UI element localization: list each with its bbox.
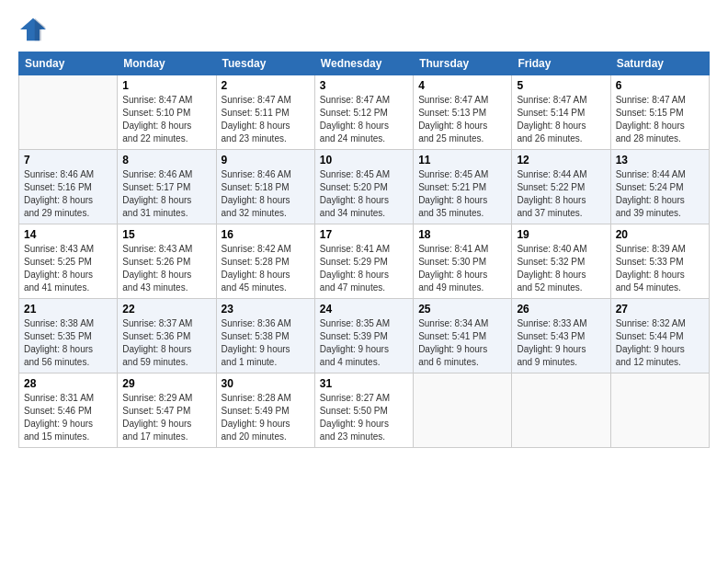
- page: SundayMondayTuesdayWednesdayThursdayFrid…: [0, 0, 728, 563]
- calendar-week-row: 1Sunrise: 8:47 AM Sunset: 5:10 PM Daylig…: [19, 75, 710, 150]
- day-info: Sunrise: 8:41 AM Sunset: 5:30 PM Dayligh…: [418, 243, 506, 294]
- day-number: 24: [320, 303, 408, 316]
- weekday-header: Wednesday: [314, 52, 413, 75]
- calendar-cell: 19Sunrise: 8:40 AM Sunset: 5:32 PM Dayli…: [512, 224, 610, 299]
- day-number: 14: [24, 228, 112, 241]
- day-info: Sunrise: 8:45 AM Sunset: 5:21 PM Dayligh…: [418, 168, 506, 220]
- day-number: 6: [616, 79, 704, 92]
- day-info: Sunrise: 8:42 AM Sunset: 5:28 PM Dayligh…: [222, 243, 310, 294]
- day-info: Sunrise: 8:40 AM Sunset: 5:32 PM Dayligh…: [517, 243, 605, 294]
- calendar-cell: 5Sunrise: 8:47 AM Sunset: 5:14 PM Daylig…: [512, 75, 610, 150]
- svg-marker-0: [20, 18, 46, 41]
- calendar-cell: 22Sunrise: 8:37 AM Sunset: 5:36 PM Dayli…: [118, 299, 216, 373]
- calendar-cell: 16Sunrise: 8:42 AM Sunset: 5:28 PM Dayli…: [216, 224, 314, 299]
- day-info: Sunrise: 8:28 AM Sunset: 5:49 PM Dayligh…: [222, 392, 310, 443]
- day-info: Sunrise: 8:37 AM Sunset: 5:36 PM Dayligh…: [122, 317, 210, 369]
- calendar-cell: 14Sunrise: 8:43 AM Sunset: 5:25 PM Dayli…: [19, 224, 118, 299]
- day-info: Sunrise: 8:46 AM Sunset: 5:18 PM Dayligh…: [222, 168, 310, 220]
- calendar-cell: 23Sunrise: 8:36 AM Sunset: 5:38 PM Dayli…: [216, 299, 314, 373]
- weekday-header: Thursday: [414, 52, 512, 75]
- calendar-cell: [414, 373, 512, 448]
- calendar-header-row: SundayMondayTuesdayWednesdayThursdayFrid…: [19, 52, 710, 75]
- calendar-cell: 18Sunrise: 8:41 AM Sunset: 5:30 PM Dayli…: [414, 224, 512, 299]
- weekday-header: Sunday: [19, 52, 118, 75]
- day-number: 25: [418, 303, 506, 316]
- calendar-cell: 17Sunrise: 8:41 AM Sunset: 5:29 PM Dayli…: [314, 224, 413, 299]
- calendar-cell: 10Sunrise: 8:45 AM Sunset: 5:20 PM Dayli…: [314, 150, 413, 224]
- calendar-cell: 27Sunrise: 8:32 AM Sunset: 5:44 PM Dayli…: [610, 299, 709, 373]
- header: [18, 17, 710, 42]
- day-info: Sunrise: 8:47 AM Sunset: 5:15 PM Dayligh…: [616, 94, 704, 145]
- calendar-cell: 13Sunrise: 8:44 AM Sunset: 5:24 PM Dayli…: [610, 150, 709, 224]
- calendar-week-row: 28Sunrise: 8:31 AM Sunset: 5:46 PM Dayli…: [19, 373, 710, 448]
- calendar-cell: 26Sunrise: 8:33 AM Sunset: 5:43 PM Dayli…: [512, 299, 610, 373]
- calendar-cell: 4Sunrise: 8:47 AM Sunset: 5:13 PM Daylig…: [414, 75, 512, 150]
- logo: [18, 17, 51, 42]
- day-number: 27: [616, 303, 704, 316]
- calendar-week-row: 7Sunrise: 8:46 AM Sunset: 5:16 PM Daylig…: [19, 150, 710, 224]
- calendar-cell: 25Sunrise: 8:34 AM Sunset: 5:41 PM Dayli…: [414, 299, 512, 373]
- calendar-cell: 20Sunrise: 8:39 AM Sunset: 5:33 PM Dayli…: [610, 224, 709, 299]
- calendar-cell: 21Sunrise: 8:38 AM Sunset: 5:35 PM Dayli…: [19, 299, 118, 373]
- day-info: Sunrise: 8:45 AM Sunset: 5:20 PM Dayligh…: [320, 168, 408, 220]
- day-number: 12: [517, 154, 605, 167]
- day-number: 5: [517, 79, 605, 92]
- weekday-header: Saturday: [610, 52, 709, 75]
- day-number: 28: [24, 377, 112, 390]
- day-info: Sunrise: 8:43 AM Sunset: 5:26 PM Dayligh…: [122, 243, 210, 294]
- calendar-week-row: 21Sunrise: 8:38 AM Sunset: 5:35 PM Dayli…: [19, 299, 710, 373]
- day-number: 1: [122, 79, 210, 92]
- day-number: 31: [320, 377, 408, 390]
- day-info: Sunrise: 8:32 AM Sunset: 5:44 PM Dayligh…: [616, 317, 704, 369]
- day-info: Sunrise: 8:29 AM Sunset: 5:47 PM Dayligh…: [122, 392, 210, 443]
- logo-icon: [18, 17, 48, 42]
- calendar-cell: 15Sunrise: 8:43 AM Sunset: 5:26 PM Dayli…: [118, 224, 216, 299]
- calendar-cell: 11Sunrise: 8:45 AM Sunset: 5:21 PM Dayli…: [414, 150, 512, 224]
- day-info: Sunrise: 8:27 AM Sunset: 5:50 PM Dayligh…: [320, 392, 408, 443]
- calendar-cell: [19, 75, 118, 150]
- day-number: 29: [122, 377, 210, 390]
- calendar-cell: 2Sunrise: 8:47 AM Sunset: 5:11 PM Daylig…: [216, 75, 314, 150]
- day-info: Sunrise: 8:34 AM Sunset: 5:41 PM Dayligh…: [418, 317, 506, 369]
- calendar-cell: 30Sunrise: 8:28 AM Sunset: 5:49 PM Dayli…: [216, 373, 314, 448]
- day-info: Sunrise: 8:47 AM Sunset: 5:13 PM Dayligh…: [418, 94, 506, 145]
- day-number: 22: [122, 303, 210, 316]
- day-info: Sunrise: 8:44 AM Sunset: 5:22 PM Dayligh…: [517, 168, 605, 220]
- day-info: Sunrise: 8:43 AM Sunset: 5:25 PM Dayligh…: [24, 243, 112, 294]
- day-info: Sunrise: 8:35 AM Sunset: 5:39 PM Dayligh…: [320, 317, 408, 369]
- day-number: 18: [418, 228, 506, 241]
- day-info: Sunrise: 8:47 AM Sunset: 5:10 PM Dayligh…: [122, 94, 210, 145]
- day-number: 2: [222, 79, 310, 92]
- day-info: Sunrise: 8:33 AM Sunset: 5:43 PM Dayligh…: [517, 317, 605, 369]
- day-info: Sunrise: 8:46 AM Sunset: 5:17 PM Dayligh…: [122, 168, 210, 220]
- weekday-header: Monday: [118, 52, 216, 75]
- day-number: 10: [320, 154, 408, 167]
- day-number: 3: [320, 79, 408, 92]
- day-number: 8: [122, 154, 210, 167]
- day-info: Sunrise: 8:39 AM Sunset: 5:33 PM Dayligh…: [616, 243, 704, 294]
- day-number: 13: [616, 154, 704, 167]
- day-number: 30: [222, 377, 310, 390]
- day-info: Sunrise: 8:46 AM Sunset: 5:16 PM Dayligh…: [24, 168, 112, 220]
- day-number: 20: [616, 228, 704, 241]
- day-info: Sunrise: 8:31 AM Sunset: 5:46 PM Dayligh…: [24, 392, 112, 443]
- calendar-week-row: 14Sunrise: 8:43 AM Sunset: 5:25 PM Dayli…: [19, 224, 710, 299]
- calendar-cell: 8Sunrise: 8:46 AM Sunset: 5:17 PM Daylig…: [118, 150, 216, 224]
- day-info: Sunrise: 8:36 AM Sunset: 5:38 PM Dayligh…: [222, 317, 310, 369]
- day-info: Sunrise: 8:44 AM Sunset: 5:24 PM Dayligh…: [616, 168, 704, 220]
- calendar-cell: 3Sunrise: 8:47 AM Sunset: 5:12 PM Daylig…: [314, 75, 413, 150]
- calendar-cell: 29Sunrise: 8:29 AM Sunset: 5:47 PM Dayli…: [118, 373, 216, 448]
- calendar-cell: 6Sunrise: 8:47 AM Sunset: 5:15 PM Daylig…: [610, 75, 709, 150]
- calendar-cell: 28Sunrise: 8:31 AM Sunset: 5:46 PM Dayli…: [19, 373, 118, 448]
- day-info: Sunrise: 8:41 AM Sunset: 5:29 PM Dayligh…: [320, 243, 408, 294]
- calendar-cell: 12Sunrise: 8:44 AM Sunset: 5:22 PM Dayli…: [512, 150, 610, 224]
- calendar-cell: 7Sunrise: 8:46 AM Sunset: 5:16 PM Daylig…: [19, 150, 118, 224]
- calendar-cell: 1Sunrise: 8:47 AM Sunset: 5:10 PM Daylig…: [118, 75, 216, 150]
- day-number: 17: [320, 228, 408, 241]
- day-number: 4: [418, 79, 506, 92]
- day-info: Sunrise: 8:47 AM Sunset: 5:14 PM Dayligh…: [517, 94, 605, 145]
- day-number: 11: [418, 154, 506, 167]
- day-number: 19: [517, 228, 605, 241]
- day-number: 15: [122, 228, 210, 241]
- weekday-header: Tuesday: [216, 52, 314, 75]
